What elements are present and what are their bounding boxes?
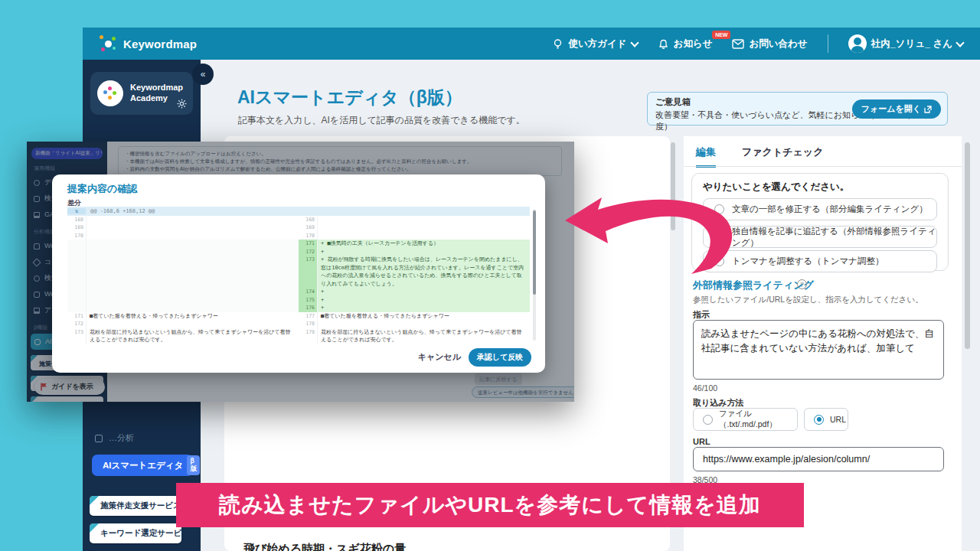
external-link-icon xyxy=(924,106,932,113)
diff-cell: 169 xyxy=(67,223,86,231)
diff-context-row: 169169 xyxy=(67,223,530,231)
diff-added-row: 176+ xyxy=(67,304,530,312)
diff-cell xyxy=(86,223,299,231)
news-menu[interactable]: お知らせ NEW xyxy=(658,37,713,51)
diff-cell: ■着ていた服を着替える・帰ってきたらまずシャワー xyxy=(86,312,299,321)
user-menu[interactable]: 社内_ソリュ_ さん xyxy=(848,34,963,53)
page-title: AIスマートエディタ（β版） xyxy=(237,86,462,109)
proposal-confirm-modal: 提案内容の確認 差分 ⇅@@ -168,6 +168,12 @@16816816… xyxy=(52,174,545,373)
diff-added-row: 174+ xyxy=(67,288,530,296)
diff-cell xyxy=(67,256,86,288)
diff-cell: 171 xyxy=(67,312,86,321)
help-icon[interactable]: ? xyxy=(797,279,807,289)
clipped-label: …分析 xyxy=(109,432,134,444)
diff-cell: 178 xyxy=(299,320,317,328)
news-label: お知らせ xyxy=(674,37,713,51)
diff-cell xyxy=(86,216,299,223)
import-method-label: 取り込み方法 xyxy=(693,397,744,409)
caption-text: 読み込ませたファイルやURLを参考にして情報を追加 xyxy=(219,491,761,520)
diff-hunk-header: ⇅@@ -168,6 +168,12 @@ xyxy=(67,207,530,216)
panel-scrollbar-thumb[interactable] xyxy=(965,142,970,349)
import-url-radio[interactable]: URL xyxy=(804,408,848,431)
diff-cell xyxy=(86,240,299,248)
diff-added-row: 175+ xyxy=(67,296,530,305)
sidebar-collapse-button[interactable]: « xyxy=(192,64,214,85)
instruction-textarea[interactable]: 読み込ませたページの中にある花粉への対処法で、自社記事に含まれていない方法があれ… xyxy=(693,320,944,380)
diff-cell: 171 xyxy=(299,240,317,248)
diff-cell xyxy=(67,304,86,312)
modal-title: 提案内容の確認 xyxy=(67,182,137,196)
academy-line2: Academy xyxy=(130,93,168,103)
diff-context-row: 168168 xyxy=(67,216,530,223)
diff-context-row: 170170 xyxy=(67,232,530,240)
grid-icon xyxy=(95,435,103,442)
diff-added-row: 172+ xyxy=(67,248,530,256)
diff-context-row: 173花粉を部屋に持ち込まないという観点から、帰って来てまずシャワーを浴びて着替… xyxy=(67,328,530,344)
contact-menu[interactable]: お問い合わせ xyxy=(732,37,807,51)
keywordmap-logo[interactable]: Keywordmap xyxy=(98,34,197,54)
diff-cell xyxy=(86,232,299,240)
diff-scrollbar-thumb[interactable] xyxy=(533,210,536,295)
url-input[interactable]: https://www.example.jp/alesion/column/ xyxy=(693,447,944,471)
keywordmap-logo-icon xyxy=(98,34,118,54)
diff-cell xyxy=(67,296,86,305)
feedback-box: ご意見箱 改善要望・不具合・使いづらい点など、気軽にお知らせください（1分程度）… xyxy=(647,92,948,126)
tab-edit[interactable]: 編集 xyxy=(696,145,716,168)
sidebar-item-ai-editor[interactable]: AIスマートエディタ β版 xyxy=(92,455,193,476)
diff-cell: 179 xyxy=(299,328,317,344)
lightbulb-icon xyxy=(552,38,564,50)
diff-cell xyxy=(317,232,530,240)
sidebar-academy-card[interactable]: KeywordmapAcademy xyxy=(90,72,193,115)
task-option-1[interactable]: 文章の一部を修正する（部分編集ライティング） xyxy=(703,198,937,220)
diff-context-row: 171■着ていた服を着替える・帰ってきたらまずシャワー177■着ていた服を着替え… xyxy=(67,312,530,321)
diff-cell: + xyxy=(317,296,530,305)
service-label: キーワード選定サービス xyxy=(100,528,181,539)
screenshot-overlay: 新機能「リライトAI提案」リリース 運用機能デイリーレポート検索順位GA/GS分… xyxy=(27,142,574,402)
diff-cell: 176 xyxy=(299,304,317,312)
section-title: 外部情報参照ライティング xyxy=(693,279,814,292)
diff-cell: ■着ていた服を着替える・帰ってきたらまずシャワー xyxy=(317,312,530,321)
radio-icon xyxy=(714,256,724,266)
logo-text: Keywordmap xyxy=(123,37,197,51)
import-file-radio[interactable]: ファイル（.txt/.md/.pdf） xyxy=(693,408,798,431)
approve-button[interactable]: 承認して反映 xyxy=(469,348,531,367)
beta-badge: β版 xyxy=(187,455,200,475)
new-badge: NEW xyxy=(712,31,730,39)
sidebar-service-button[interactable]: キーワード選定サービス xyxy=(90,523,181,543)
ai-editor-label: AIスマートエディタ xyxy=(103,460,183,471)
task-option-label: 文章の一部を修正する（部分編集ライティング） xyxy=(732,204,928,215)
diff-cell xyxy=(317,223,530,231)
tab-fact-check[interactable]: ファクトチェック xyxy=(742,145,823,168)
article-scrollbar-thumb[interactable] xyxy=(671,142,675,230)
diff-cell: 花粉を部屋に持ち込まないという観点から、帰って来てまずシャワーを浴びて着替えるこ… xyxy=(86,328,299,344)
open-form-button[interactable]: フォームを開く xyxy=(852,99,941,119)
sidebar-item-clipped[interactable]: …分析 xyxy=(95,432,134,444)
diff-added-row: 171+ ■換気時の工夫（レースカーテンを活用する） xyxy=(67,240,530,248)
task-option-2[interactable]: 独自情報を記事に追記する（外部情報参照ライティング） xyxy=(703,226,937,248)
diff-cell xyxy=(67,288,86,296)
guide-menu[interactable]: 使い方ガイド xyxy=(552,37,637,51)
academy-line1: Keywordmap xyxy=(130,83,183,92)
diff-cell xyxy=(86,256,299,288)
sidebar-service-button[interactable]: 施策伴走支援サービス xyxy=(90,496,181,516)
diff-cell xyxy=(67,240,86,248)
screen: Keywordmap 使い方ガイド お知らせ NEW お問い合わせ xyxy=(0,0,980,551)
expand-icon[interactable]: ⇅ xyxy=(67,208,86,214)
diff-cell: + ■換気時の工夫（レースカーテンを活用する） xyxy=(317,240,530,248)
bell-icon xyxy=(658,38,669,50)
avatar xyxy=(848,34,867,53)
page-subtitle: 記事本文を入力し、AIを活用して記事の品質を改善できる機能です。 xyxy=(238,114,525,127)
diff-cell xyxy=(317,320,530,328)
gear-icon[interactable] xyxy=(177,99,187,109)
header-divider xyxy=(828,34,828,53)
guide-label: 使い方ガイド xyxy=(568,37,626,51)
task-option-3[interactable]: トンマナを調整する（トンマナ調整） xyxy=(703,250,937,272)
section-desc: 参照したいファイル/URLを設定し、指示を入力してください。 xyxy=(693,295,923,305)
cancel-button[interactable]: キャンセル xyxy=(418,351,461,363)
diff-cell xyxy=(86,304,299,312)
diff-cell: + xyxy=(317,304,530,312)
diff-view: ⇅@@ -168,6 +168,12 @@1681681691691701701… xyxy=(67,207,530,344)
diff-cell: 174 xyxy=(299,288,317,296)
mail-icon xyxy=(732,39,744,49)
diff-cell: 173 xyxy=(299,256,317,288)
